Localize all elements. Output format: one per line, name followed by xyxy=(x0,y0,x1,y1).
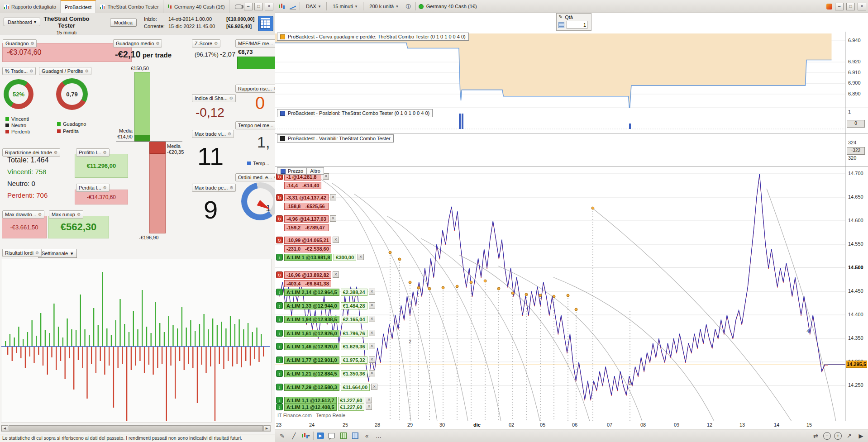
order-row[interactable]: ↕A:LIM 1,1 @12.408,5€1.227,60× xyxy=(276,404,372,411)
gross-results-label[interactable]: Risultati lordi⚙ xyxy=(2,249,42,257)
minimize-button[interactable]: – xyxy=(244,3,253,10)
close-order-button[interactable]: × xyxy=(369,343,375,349)
risk-reward-label[interactable]: Rapporto risc...⚙ xyxy=(235,85,275,93)
wrench-icon[interactable]: ⚙ xyxy=(77,212,81,217)
order-row[interactable]: ↻-1 @14.281,8-14,4-€14,40× xyxy=(276,173,329,189)
close-order-button[interactable]: × xyxy=(369,330,375,336)
maximize-button[interactable]: □ xyxy=(254,3,263,10)
wrench-icon[interactable]: ⚙ xyxy=(214,41,218,46)
close-order-button[interactable]: × xyxy=(369,356,375,363)
pencil-tool-icon[interactable]: ✎ xyxy=(278,432,286,440)
scrollbar-thumb[interactable] xyxy=(9,425,263,431)
z-score-label[interactable]: Z-Score⚙ xyxy=(192,39,220,48)
wrench-icon[interactable]: ⚙ xyxy=(229,185,233,190)
orders-table-icon[interactable] xyxy=(339,432,348,440)
wrench-icon[interactable]: ⚙ xyxy=(54,150,57,155)
chart-style-dropdown[interactable]: ▾ xyxy=(301,432,310,440)
order-row[interactable]: ↕A:LIM 1,94 @12.938,5€2.165,04× xyxy=(276,316,375,323)
tab-altro[interactable]: Altro xyxy=(307,167,324,175)
avg-orders-label[interactable]: Ordini med. e...⚙ xyxy=(235,173,275,181)
order-row[interactable]: ↕A:LIM 1,46 @12.920,0€1.629,36× xyxy=(276,343,375,350)
order-row[interactable]: ↕A:LIM 1,33 @12.944,0€1.484,28× xyxy=(276,302,375,309)
compare-icon[interactable]: ⇄ xyxy=(811,432,820,440)
max-drawdown-label[interactable]: Max drawdo...⚙ xyxy=(2,210,44,219)
gross-profit-label[interactable]: Profitto l...⚙ xyxy=(76,148,110,157)
close-order-button[interactable]: × xyxy=(333,271,339,278)
wrench-icon[interactable]: ⚙ xyxy=(274,86,275,91)
share-icon[interactable]: ▶ xyxy=(317,432,324,439)
trade-distribution-label[interactable]: Ripartizione dei trade⚙ xyxy=(2,148,60,157)
minimize-button[interactable]: – xyxy=(835,3,844,10)
watchlist-icon[interactable] xyxy=(351,432,359,440)
wrench-icon[interactable]: ⚙ xyxy=(35,251,39,255)
max-consec-wins-label[interactable]: Max trade vi...⚙ xyxy=(192,130,234,138)
pan-icon[interactable]: ↗ xyxy=(845,432,854,440)
order-row[interactable]: ↕A:LIM 1,21 @12.884,5€1.350,36× xyxy=(276,370,375,377)
order-row[interactable]: ↕A:LIM 1,77 @12.901,0€1.975,32× xyxy=(276,356,375,364)
line-tool-icon[interactable]: ╱ xyxy=(290,432,298,440)
wrench-icon[interactable]: ⚙ xyxy=(85,69,89,73)
tab-prezzo[interactable]: Prezzo xyxy=(277,167,307,175)
maximize-button[interactable]: □ xyxy=(846,3,855,10)
mfe-mae-label[interactable]: MFE/MAE me...⚙ xyxy=(235,39,275,48)
zoom-in-icon[interactable]: + xyxy=(834,432,842,440)
close-order-button[interactable]: × xyxy=(369,370,375,376)
variables-panel-title[interactable]: ProBacktest - Variabili: TheStrat Combo … xyxy=(277,134,394,143)
order-row[interactable]: ↻-3,31 @14.137,42-158,8-€525,56× xyxy=(276,194,336,210)
sharpe-label[interactable]: Indice di Sha...⚙ xyxy=(192,94,236,102)
close-order-button[interactable]: × xyxy=(366,397,372,403)
max-consec-losses-label[interactable]: Max trade pe...⚙ xyxy=(192,184,236,192)
indicator-icon[interactable] xyxy=(288,2,297,11)
order-row[interactable]: ↻-16,96 @13.892,82-403,4-€6.841,38× xyxy=(276,271,339,287)
close-order-button[interactable]: × xyxy=(369,302,375,309)
close-order-button[interactable]: × xyxy=(369,289,375,295)
pencil-icon[interactable]: ✎ xyxy=(558,14,563,20)
order-row[interactable]: ↕A:LIM 2,14 @12.964,5€2.388,24× xyxy=(276,289,375,296)
close-order-button[interactable]: × xyxy=(371,384,377,390)
units-dropdown[interactable]: 200 k unità▾ xyxy=(366,3,401,10)
wrench-icon[interactable]: ⚙ xyxy=(156,41,159,46)
scroll-left-icon[interactable]: ◀ xyxy=(1,425,8,431)
close-order-button[interactable]: × xyxy=(358,254,364,260)
timeframe-dropdown[interactable]: 15 minuti▾ xyxy=(329,3,360,10)
wrench-icon[interactable]: ⚙ xyxy=(29,69,33,73)
link-icon[interactable] xyxy=(235,5,242,9)
scroll-right-icon[interactable]: ▶ xyxy=(263,425,270,431)
gain-card-label[interactable]: Guadagno⚙ xyxy=(3,39,37,48)
wrench-icon[interactable]: ⚙ xyxy=(30,41,34,46)
average-gain-label[interactable]: Guadagno medio⚙ xyxy=(113,39,162,48)
order-row[interactable]: ↕A:LIM 1,1 @12.512,7€1.227,60× xyxy=(276,397,372,404)
tab-probacktest[interactable]: ProBacktest xyxy=(61,0,96,13)
money-management-icon[interactable] xyxy=(258,16,273,31)
qty-input[interactable] xyxy=(567,21,587,29)
time-in-market-label[interactable]: Tempo nel me...⚙ xyxy=(235,121,275,129)
modify-button[interactable]: Modifica xyxy=(110,19,137,27)
wrench-icon[interactable]: ⚙ xyxy=(103,150,107,155)
scroll-right-icon[interactable]: ▶ xyxy=(857,432,865,440)
calculator-icon[interactable] xyxy=(558,22,564,28)
wrench-icon[interactable]: ⚙ xyxy=(228,132,231,136)
close-order-button[interactable]: × xyxy=(369,316,375,322)
info-icon[interactable]: ⓘ xyxy=(404,2,413,11)
gross-loss-label[interactable]: Perdita l...⚙ xyxy=(76,184,110,192)
wrench-icon[interactable]: ⚙ xyxy=(274,175,275,180)
tab-thestrat-combo-tester[interactable]: TheStrat Combo Tester xyxy=(96,0,163,13)
wrench-icon[interactable]: ⚙ xyxy=(38,212,42,217)
zoom-out-icon[interactable]: − xyxy=(823,432,831,440)
order-row[interactable]: ↕A:LIM 7,29 @12.580,3€11.664,00× xyxy=(276,384,377,391)
order-row[interactable]: ↻-4,96 @14.137,03-159,2-€789,47× xyxy=(276,215,336,231)
gain-loss-ratio-card-label[interactable]: Guadagni / Perdite⚙ xyxy=(39,67,91,75)
chart-type-icon[interactable] xyxy=(277,2,286,11)
more-tools-icon[interactable]: … xyxy=(374,432,383,440)
wrench-icon[interactable]: ⚙ xyxy=(229,96,233,100)
close-order-button[interactable]: × xyxy=(330,215,336,222)
equity-panel-title[interactable]: ProBacktest - Curva guadagni e perdite: … xyxy=(277,33,469,41)
wrench-icon[interactable]: ⚙ xyxy=(103,185,107,190)
close-order-button[interactable]: × xyxy=(330,194,336,200)
pct-trade-card-label[interactable]: % Trade...⚙ xyxy=(2,67,36,75)
close-order-button[interactable]: × xyxy=(333,237,339,243)
tab-germany-40-cash[interactable]: Germany 40 Cash (1€) xyxy=(163,0,229,13)
positions-panel-title[interactable]: ProBacktest - Posizioni: TheStrat Combo … xyxy=(277,109,433,117)
report-hscrollbar[interactable]: ◀ ▶ xyxy=(1,425,271,432)
close-button[interactable]: × xyxy=(265,3,273,10)
